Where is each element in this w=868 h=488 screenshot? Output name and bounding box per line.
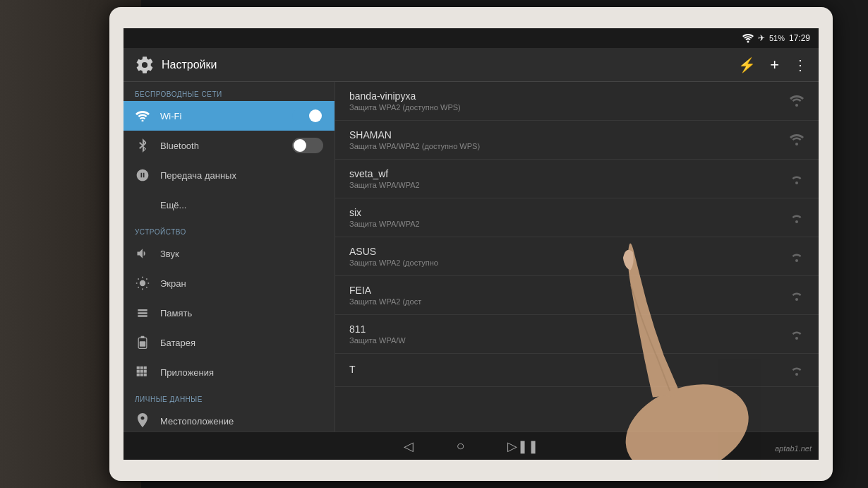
wifi-network-security: Защита WPA/WPA2	[349, 181, 789, 189]
wifi-signal-icon	[789, 132, 804, 148]
wifi-signal-icon	[789, 287, 804, 303]
bluetooth-label: Bluetooth	[160, 141, 282, 151]
wifi-signal-icon	[789, 249, 804, 264]
wifi-network-name: six	[349, 207, 789, 218]
svg-point-6	[795, 104, 798, 107]
section-header-device: УСТРОЙСТВО	[123, 220, 334, 239]
svg-point-10	[795, 259, 798, 262]
wifi-network-item[interactable]: SHAMAN Защита WPA/WPA2 (доступно WPS)	[335, 121, 819, 160]
wifi-signal-icon	[789, 210, 804, 225]
airplane-icon: ✈	[758, 33, 765, 43]
svg-point-12	[795, 337, 798, 340]
battery-label: Батарея	[160, 338, 323, 348]
battery-icon	[135, 335, 150, 350]
sidebar-item-apps[interactable]: Приложения	[123, 357, 334, 387]
sidebar-item-location[interactable]: Местоположение	[123, 406, 334, 432]
wifi-network-name: FEIA	[349, 285, 789, 296]
wifi-network-list: banda-vinipyxa Защита WPA2 (доступно WPS…	[335, 82, 819, 432]
data-label: Передача данных	[160, 170, 323, 181]
wifi-network-security: Защита WPA/WPA2 (доступно WPS)	[349, 142, 789, 150]
wifi-network-name: banda-vinipyxa	[349, 90, 789, 102]
data-transfer-icon	[135, 167, 150, 183]
location-icon	[135, 413, 150, 429]
wifi-signal-icon	[789, 326, 804, 342]
wifi-toggle[interactable]	[292, 108, 323, 124]
display-icon	[135, 275, 150, 291]
storage-icon	[135, 305, 150, 321]
wifi-network-item[interactable]: sveta_wf Защита WPA/WPA2	[335, 160, 819, 198]
apps-label: Приложения	[160, 367, 323, 378]
svg-point-11	[795, 298, 798, 301]
add-action-button[interactable]: +	[770, 56, 779, 74]
sidebar-item-display[interactable]: Экран	[123, 268, 334, 298]
wifi-signal-icon	[789, 93, 804, 109]
wifi-network-info: T	[349, 364, 789, 376]
wifi-network-info: FEIA Защита WPA2 (дост	[349, 285, 789, 306]
wifi-network-security: Защита WPA/WPA2	[349, 220, 789, 228]
svg-point-9	[795, 220, 798, 223]
wifi-network-security: Защита WPA2 (доступно WPS)	[349, 103, 789, 112]
wifi-status-icon	[742, 33, 754, 43]
tablet-bezel: ✈ 51% 17:29 Настройки ⚡	[109, 7, 833, 481]
bluetooth-toggle[interactable]	[292, 138, 323, 153]
wifi-network-info: SHAMAN Защита WPA/WPA2 (доступно WPS)	[349, 129, 789, 150]
main-content: БЕСПРОВОДНЫЕ СЕТИ Wi-Fi	[123, 82, 819, 432]
wifi-network-security: Защита WPA/W	[349, 336, 789, 345]
wifi-network-name: SHAMAN	[349, 129, 789, 141]
svg-rect-5	[140, 341, 145, 347]
overflow-menu-button[interactable]: ⋮	[793, 56, 807, 73]
sound-icon	[135, 246, 150, 261]
svg-point-1	[142, 120, 144, 122]
volume-button[interactable]: ▷❚❚	[507, 439, 538, 454]
wifi-network-item[interactable]: banda-vinipyxa Защита WPA2 (доступно WPS…	[335, 82, 819, 121]
wifi-network-security: Защита WPA2 (доступно	[349, 258, 789, 267]
location-label: Местоположение	[160, 416, 323, 427]
wifi-network-security: Защита WPA2 (дост	[349, 297, 789, 306]
sidebar-item-more[interactable]: Ещё...	[123, 190, 334, 220]
svg-point-0	[747, 41, 749, 43]
wifi-network-name: sveta_wf	[349, 168, 789, 179]
home-button[interactable]: ○	[456, 438, 464, 454]
svg-point-7	[795, 143, 798, 145]
wifi-network-name: T	[349, 364, 789, 375]
wifi-network-info: 811 Защита WPA/W	[349, 323, 789, 345]
sidebar-item-storage[interactable]: Память	[123, 298, 334, 328]
status-bar: ✈ 51% 17:29	[123, 28, 819, 48]
storage-label: Память	[160, 308, 323, 319]
tablet-screen: ✈ 51% 17:29 Настройки ⚡	[123, 28, 819, 460]
wifi-network-item[interactable]: ASUS Защита WPA2 (доступно	[335, 237, 819, 276]
wifi-network-item[interactable]: 811 Защита WPA/W	[335, 315, 819, 354]
flash-action-button[interactable]: ⚡	[738, 56, 756, 73]
action-bar: Настройки ⚡ + ⋮	[123, 48, 819, 82]
display-label: Экран	[160, 278, 323, 289]
wifi-network-item[interactable]: T	[335, 354, 819, 387]
wifi-network-info: banda-vinipyxa Защита WPA2 (доступно WPS…	[349, 90, 789, 112]
battery-status: 51%	[769, 34, 785, 42]
wifi-signal-icon	[789, 171, 804, 186]
wifi-network-item[interactable]: FEIA Защита WPA2 (дост	[335, 276, 819, 315]
page-title: Настройки	[162, 59, 217, 71]
section-header-personal: ЛИЧНЫЕ ДАННЫЕ	[123, 387, 334, 406]
wifi-network-info: six Защита WPA/WPA2	[349, 207, 789, 228]
svg-point-8	[795, 181, 798, 184]
more-label: Ещё...	[160, 200, 323, 210]
svg-point-2	[140, 280, 145, 286]
sidebar-item-sound[interactable]: Звук	[123, 239, 334, 268]
back-button[interactable]: ◁	[404, 439, 414, 454]
time-display: 17:29	[789, 33, 810, 43]
sidebar-item-data[interactable]: Передача данных	[123, 160, 334, 190]
sidebar-item-battery[interactable]: Батарея	[123, 328, 334, 357]
svg-rect-4	[141, 336, 145, 338]
sidebar: БЕСПРОВОДНЫЕ СЕТИ Wi-Fi	[123, 82, 335, 432]
sidebar-item-wifi[interactable]: Wi-Fi	[123, 101, 334, 131]
wifi-network-info: ASUS Защита WPA2 (доступно	[349, 246, 789, 267]
wifi-network-item[interactable]: six Защита WPA/WPA2	[335, 198, 819, 237]
svg-point-13	[795, 373, 798, 376]
section-header-wireless: БЕСПРОВОДНЫЕ СЕТИ	[123, 82, 334, 101]
more-icon	[135, 197, 150, 213]
wifi-network-info: sveta_wf Защита WPA/WPA2	[349, 168, 789, 189]
sidebar-item-bluetooth[interactable]: Bluetooth	[123, 131, 334, 160]
wifi-icon	[135, 108, 150, 124]
wifi-signal-icon	[789, 362, 804, 378]
bluetooth-icon	[135, 138, 150, 153]
